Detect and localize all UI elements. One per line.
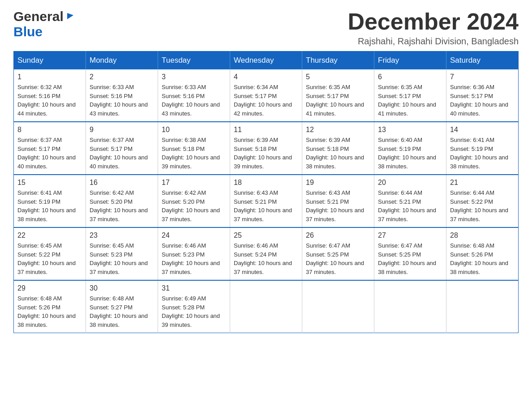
day-info: Sunrise: 6:38 AMSunset: 5:18 PMDaylight:… — [162, 136, 226, 171]
month-title: December 2024 — [348, 9, 519, 34]
calendar-cell: 12Sunrise: 6:39 AMSunset: 5:18 PMDayligh… — [302, 122, 374, 175]
calendar-cell: 14Sunrise: 6:41 AMSunset: 5:19 PMDayligh… — [446, 122, 519, 175]
calendar-week-row: 22Sunrise: 6:45 AMSunset: 5:22 PMDayligh… — [14, 227, 519, 280]
calendar-cell: 29Sunrise: 6:48 AMSunset: 5:26 PMDayligh… — [14, 280, 86, 333]
calendar-cell — [374, 280, 446, 333]
logo-blue-text: Blue — [13, 24, 43, 39]
calendar-cell: 13Sunrise: 6:40 AMSunset: 5:19 PMDayligh… — [374, 122, 446, 175]
logo: General Blue — [13, 9, 75, 39]
calendar-cell: 5Sunrise: 6:35 AMSunset: 5:17 PMDaylight… — [302, 69, 374, 122]
day-info: Sunrise: 6:32 AMSunset: 5:16 PMDaylight:… — [17, 83, 82, 118]
day-info: Sunrise: 6:33 AMSunset: 5:16 PMDaylight:… — [90, 83, 154, 118]
calendar-table: SundayMondayTuesdayWednesdayThursdayFrid… — [13, 51, 519, 333]
calendar-cell — [230, 280, 302, 333]
day-number: 14 — [450, 126, 515, 134]
day-number: 26 — [306, 231, 370, 240]
calendar-cell: 11Sunrise: 6:39 AMSunset: 5:18 PMDayligh… — [230, 122, 302, 175]
day-number: 19 — [306, 179, 370, 187]
weekday-header-wednesday: Wednesday — [230, 51, 302, 70]
day-info: Sunrise: 6:48 AMSunset: 5:26 PMDaylight:… — [450, 241, 515, 276]
day-number: 9 — [90, 126, 154, 134]
day-info: Sunrise: 6:49 AMSunset: 5:28 PMDaylight:… — [162, 294, 226, 329]
calendar-cell: 30Sunrise: 6:48 AMSunset: 5:27 PMDayligh… — [86, 280, 158, 333]
day-number: 22 — [17, 231, 82, 240]
day-number: 16 — [90, 179, 154, 187]
day-info: Sunrise: 6:42 AMSunset: 5:20 PMDaylight:… — [90, 188, 154, 223]
calendar-cell: 9Sunrise: 6:37 AMSunset: 5:17 PMDaylight… — [86, 122, 158, 175]
day-number: 11 — [234, 126, 298, 134]
calendar-week-row: 29Sunrise: 6:48 AMSunset: 5:26 PMDayligh… — [14, 280, 519, 333]
calendar-cell: 28Sunrise: 6:48 AMSunset: 5:26 PMDayligh… — [446, 227, 519, 280]
calendar-cell: 22Sunrise: 6:45 AMSunset: 5:22 PMDayligh… — [14, 227, 86, 280]
day-number: 1 — [17, 73, 82, 81]
weekday-header-monday: Monday — [86, 51, 158, 70]
calendar-week-row: 1Sunrise: 6:32 AMSunset: 5:16 PMDaylight… — [14, 69, 519, 122]
day-number: 10 — [162, 126, 226, 134]
weekday-header-tuesday: Tuesday — [158, 51, 230, 70]
calendar-cell: 20Sunrise: 6:44 AMSunset: 5:21 PMDayligh… — [374, 175, 446, 227]
day-number: 31 — [162, 284, 226, 292]
day-info: Sunrise: 6:41 AMSunset: 5:19 PMDaylight:… — [17, 188, 82, 223]
day-number: 27 — [378, 231, 442, 240]
day-info: Sunrise: 6:37 AMSunset: 5:17 PMDaylight:… — [17, 136, 82, 171]
page-header: General Blue December 2024 Rajshahi, Raj… — [13, 9, 519, 47]
calendar-cell: 26Sunrise: 6:47 AMSunset: 5:25 PMDayligh… — [302, 227, 374, 280]
calendar-week-row: 15Sunrise: 6:41 AMSunset: 5:19 PMDayligh… — [14, 175, 519, 227]
day-number: 7 — [450, 73, 515, 81]
day-number: 13 — [378, 126, 442, 134]
day-number: 2 — [90, 73, 154, 81]
day-number: 29 — [17, 284, 82, 292]
svg-marker-0 — [67, 13, 73, 19]
calendar-cell — [446, 280, 519, 333]
day-number: 28 — [450, 231, 515, 240]
day-info: Sunrise: 6:45 AMSunset: 5:22 PMDaylight:… — [17, 241, 82, 276]
calendar-cell — [302, 280, 374, 333]
calendar-cell: 1Sunrise: 6:32 AMSunset: 5:16 PMDaylight… — [14, 69, 86, 122]
day-number: 5 — [306, 73, 370, 81]
day-number: 18 — [234, 179, 298, 187]
day-info: Sunrise: 6:40 AMSunset: 5:19 PMDaylight:… — [378, 136, 442, 171]
calendar-cell: 25Sunrise: 6:46 AMSunset: 5:24 PMDayligh… — [230, 227, 302, 280]
title-section: December 2024 Rajshahi, Rajshahi Divisio… — [348, 9, 519, 47]
day-number: 8 — [17, 126, 82, 134]
day-info: Sunrise: 6:46 AMSunset: 5:24 PMDaylight:… — [234, 241, 298, 276]
weekday-header-sunday: Sunday — [14, 51, 86, 70]
day-info: Sunrise: 6:47 AMSunset: 5:25 PMDaylight:… — [378, 241, 442, 276]
calendar-cell: 8Sunrise: 6:37 AMSunset: 5:17 PMDaylight… — [14, 122, 86, 175]
calendar-cell: 2Sunrise: 6:33 AMSunset: 5:16 PMDaylight… — [86, 69, 158, 122]
day-info: Sunrise: 6:35 AMSunset: 5:17 PMDaylight:… — [306, 83, 370, 118]
logo-general-text: General — [13, 9, 64, 24]
day-number: 23 — [90, 231, 154, 240]
day-info: Sunrise: 6:47 AMSunset: 5:25 PMDaylight:… — [306, 241, 370, 276]
day-number: 6 — [378, 73, 442, 81]
day-info: Sunrise: 6:37 AMSunset: 5:17 PMDaylight:… — [90, 136, 154, 171]
calendar-cell: 15Sunrise: 6:41 AMSunset: 5:19 PMDayligh… — [14, 175, 86, 227]
day-info: Sunrise: 6:33 AMSunset: 5:16 PMDaylight:… — [162, 83, 226, 118]
weekday-header-saturday: Saturday — [446, 51, 519, 70]
weekday-header-row: SundayMondayTuesdayWednesdayThursdayFrid… — [14, 51, 519, 70]
day-number: 24 — [162, 231, 226, 240]
day-info: Sunrise: 6:44 AMSunset: 5:22 PMDaylight:… — [450, 188, 515, 223]
calendar-cell: 4Sunrise: 6:34 AMSunset: 5:17 PMDaylight… — [230, 69, 302, 122]
calendar-cell: 19Sunrise: 6:43 AMSunset: 5:21 PMDayligh… — [302, 175, 374, 227]
day-number: 3 — [162, 73, 226, 81]
day-number: 15 — [17, 179, 82, 187]
day-number: 12 — [306, 126, 370, 134]
day-info: Sunrise: 6:35 AMSunset: 5:17 PMDaylight:… — [378, 83, 442, 118]
calendar-cell: 7Sunrise: 6:36 AMSunset: 5:17 PMDaylight… — [446, 69, 519, 122]
day-number: 30 — [90, 284, 154, 292]
day-info: Sunrise: 6:43 AMSunset: 5:21 PMDaylight:… — [306, 188, 370, 223]
day-number: 17 — [162, 179, 226, 187]
day-info: Sunrise: 6:43 AMSunset: 5:21 PMDaylight:… — [234, 188, 298, 223]
calendar-week-row: 8Sunrise: 6:37 AMSunset: 5:17 PMDaylight… — [14, 122, 519, 175]
day-info: Sunrise: 6:34 AMSunset: 5:17 PMDaylight:… — [234, 83, 298, 118]
day-number: 20 — [378, 179, 442, 187]
day-info: Sunrise: 6:45 AMSunset: 5:23 PMDaylight:… — [90, 241, 154, 276]
weekday-header-thursday: Thursday — [302, 51, 374, 70]
calendar-cell: 23Sunrise: 6:45 AMSunset: 5:23 PMDayligh… — [86, 227, 158, 280]
day-info: Sunrise: 6:36 AMSunset: 5:17 PMDaylight:… — [450, 83, 515, 118]
calendar-cell: 6Sunrise: 6:35 AMSunset: 5:17 PMDaylight… — [374, 69, 446, 122]
calendar-cell: 24Sunrise: 6:46 AMSunset: 5:23 PMDayligh… — [158, 227, 230, 280]
day-info: Sunrise: 6:46 AMSunset: 5:23 PMDaylight:… — [162, 241, 226, 276]
day-info: Sunrise: 6:48 AMSunset: 5:27 PMDaylight:… — [90, 294, 154, 329]
